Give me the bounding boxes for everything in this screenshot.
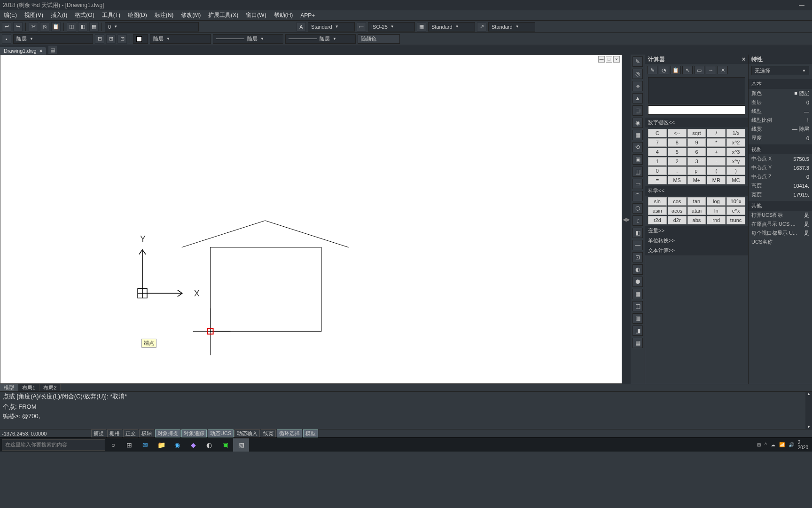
property-row[interactable]: 每个视口都显示 U...是 <box>749 229 812 238</box>
status-toggle[interactable]: 循环选择 <box>277 429 302 437</box>
props-section-other[interactable]: 其他 <box>749 201 812 211</box>
calc-sci-key[interactable]: cos <box>668 197 687 206</box>
calc-key[interactable]: - <box>707 157 726 166</box>
calc-units-header[interactable]: 单位转换>> <box>645 236 748 246</box>
palette-icon[interactable]: ▣ <box>632 154 643 165</box>
status-toggle[interactable]: 动态输入 <box>234 429 260 437</box>
property-value[interactable]: 是 <box>804 230 809 237</box>
wechat-icon[interactable]: ▣ <box>217 438 233 452</box>
tray-sound-icon[interactable]: 🔊 <box>789 442 794 447</box>
calc-clear-icon[interactable]: ✎ <box>647 66 657 74</box>
property-value[interactable]: ■ 随层 <box>794 90 809 97</box>
text-style-selector[interactable]: Standard▼ <box>308 22 355 32</box>
menu-extensions[interactable]: 扩展工具(X) <box>204 11 242 19</box>
undo-icon[interactable]: ↩ <box>2 22 11 32</box>
calc-key[interactable]: * <box>707 138 726 147</box>
table-style-selector[interactable]: Standard▼ <box>428 22 475 32</box>
app-icon[interactable]: ◆ <box>185 438 201 452</box>
calc-key[interactable]: 5 <box>668 148 687 156</box>
property-value[interactable]: 1 <box>806 118 809 123</box>
calc-sci-key[interactable]: acos <box>668 206 687 215</box>
palette-icon[interactable]: — <box>632 240 643 250</box>
menu-insert[interactable]: 插入(I) <box>47 11 71 19</box>
edge-icon[interactable]: ◉ <box>169 438 185 452</box>
mleader-style-selector[interactable]: Standard▼ <box>488 22 535 32</box>
palette-icon[interactable]: ◎ <box>632 69 643 79</box>
layer-tool-icon[interactable]: ⊟ <box>95 34 104 44</box>
calc-key[interactable]: 8 <box>668 138 687 147</box>
palette-icon[interactable]: ✎ <box>632 56 643 67</box>
menu-help[interactable]: 帮助(H) <box>270 11 297 19</box>
property-row[interactable]: 中心点 X5750.5 <box>749 154 812 163</box>
lineweight-selector[interactable]: 随层▼ <box>285 34 356 44</box>
calc-paste-icon[interactable]: 📋 <box>671 66 681 74</box>
command-window[interactable]: 点或 [角度(A)/长度(L)/闭合(C)/放弃(U)]: *取消* 个点: F… <box>0 391 812 429</box>
menu-edit[interactable]: 编(E) <box>0 11 21 19</box>
status-toggle[interactable]: 动态UCS <box>208 429 234 437</box>
calc-numpad-header[interactable]: 数字键区<< <box>645 118 748 127</box>
calc-key[interactable]: C <box>648 129 667 137</box>
calc-key[interactable]: / <box>707 129 726 137</box>
dim-style-icon[interactable]: ⟝ <box>357 22 366 32</box>
status-toggle[interactable]: 栅格 <box>107 429 122 437</box>
calc-sci-key[interactable]: d2r <box>668 216 687 224</box>
palette-icon[interactable]: ◐ <box>632 264 643 275</box>
viewport-max-icon[interactable]: □ <box>606 56 612 63</box>
palette-icon[interactable]: ▦ <box>632 130 643 140</box>
calc-key[interactable]: MS <box>668 176 687 184</box>
calc-key[interactable]: MC <box>726 176 745 184</box>
props-section-basic[interactable]: 基本 <box>749 79 812 89</box>
calc-key[interactable]: 7 <box>648 138 667 147</box>
tab-model[interactable]: 模型 <box>0 384 18 391</box>
palette-icon[interactable]: ⬡ <box>632 203 643 214</box>
menu-window[interactable]: 窗口(W) <box>242 11 270 19</box>
palette-icon[interactable]: ◨ <box>632 325 643 336</box>
calc-key[interactable]: . <box>668 167 687 175</box>
calc-key[interactable]: sqrt <box>687 129 706 137</box>
menu-format[interactable]: 格式(O) <box>71 11 98 19</box>
system-tray[interactable]: ⊞ ^ ☁ 📶 🔊 22020 <box>753 440 812 450</box>
calc-sci-key[interactable]: e^x <box>726 206 745 215</box>
property-row[interactable]: 颜色■ 随层 <box>749 89 812 98</box>
status-toggle[interactable]: 线宽 <box>261 429 276 437</box>
color-swatch-selector[interactable] <box>133 34 148 44</box>
tray-clock[interactable]: 22020 <box>798 440 808 450</box>
mail-icon[interactable]: ✉ <box>137 438 153 452</box>
palette-icon[interactable]: ⌒ <box>632 191 643 201</box>
linetype-selector[interactable]: 随层▼ <box>213 34 283 44</box>
calc-get-icon[interactable]: ↖ <box>682 66 693 74</box>
menu-view[interactable]: 视图(V) <box>21 11 47 19</box>
palette-icon[interactable]: ▦ <box>632 289 643 299</box>
calc-key[interactable]: 4 <box>648 148 667 156</box>
tray-wifi-icon[interactable]: 📶 <box>779 442 785 447</box>
calc-key[interactable]: 1 <box>648 157 667 166</box>
palette-icon[interactable]: ⬚ <box>632 105 643 116</box>
calc-key[interactable]: 3 <box>687 157 706 166</box>
property-value[interactable]: — 随层 <box>792 126 809 133</box>
status-toggle[interactable]: 对象捕捉 <box>155 429 180 437</box>
calc-title-bar[interactable]: 计算器 × <box>645 55 748 64</box>
tray-chevron-icon[interactable]: ^ <box>765 442 767 447</box>
palette-icon[interactable]: ▤ <box>632 338 643 348</box>
calc-sci-key[interactable]: sin <box>648 197 667 206</box>
property-value[interactable]: — <box>804 109 809 114</box>
status-toggle[interactable]: 正交 <box>123 429 138 437</box>
calc-key[interactable]: x^2 <box>726 138 745 147</box>
palette-icon[interactable]: ◫ <box>632 301 643 311</box>
property-row[interactable]: 线型比例1 <box>749 116 812 125</box>
tool-icon[interactable]: ▦ <box>89 22 99 32</box>
calc-key[interactable]: x^3 <box>726 148 745 156</box>
palette-icon[interactable]: ⟟ <box>632 215 643 226</box>
calc-sci-key[interactable]: ln <box>707 206 726 215</box>
calc-key[interactable]: MR <box>707 176 726 184</box>
calc-sci-key[interactable]: r2d <box>648 216 667 224</box>
calc-key[interactable]: = <box>648 176 667 184</box>
plotstyle-selector[interactable]: 随颜色 <box>358 34 400 44</box>
calc-sci-key[interactable]: abs <box>687 216 706 224</box>
calc-key[interactable]: 0 <box>648 167 667 175</box>
palette-icon[interactable]: ◧ <box>632 228 643 238</box>
calc-key[interactable]: 6 <box>687 148 706 156</box>
dim-style-selector[interactable]: ISO-25▼ <box>368 22 415 32</box>
calc-sci-key[interactable]: 10^x <box>726 197 745 206</box>
layer-tool-icon[interactable]: ⊞ <box>106 34 116 44</box>
